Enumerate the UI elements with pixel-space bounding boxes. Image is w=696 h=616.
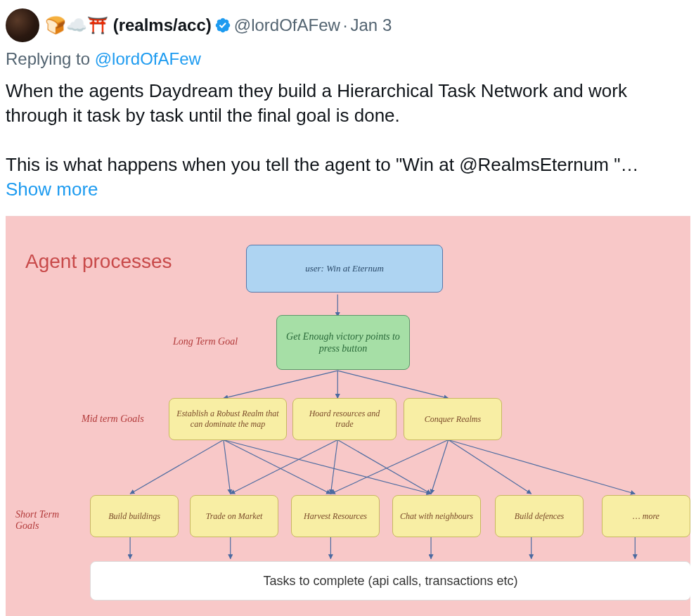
tweet-date[interactable]: Jan 3 xyxy=(351,15,392,36)
node-short-5: … more xyxy=(602,495,690,537)
svg-line-7 xyxy=(224,440,431,494)
svg-line-3 xyxy=(337,371,448,398)
verified-badge-icon xyxy=(214,17,231,34)
user-handle[interactable]: @lordOfAFew xyxy=(234,15,340,36)
node-short-1: Trade on Market xyxy=(190,495,278,537)
show-more-link[interactable]: Show more xyxy=(6,179,690,200)
svg-line-13 xyxy=(330,440,448,494)
avatar[interactable] xyxy=(6,8,39,42)
tweet-container: 🍞☁️⛩️ (realms/acc) @lordOfAFew · Jan 3 R… xyxy=(0,0,696,616)
separator-dot: · xyxy=(343,15,348,36)
replying-prefix: Replying to xyxy=(6,49,95,68)
row-label-short: Short Term Goals xyxy=(15,509,59,532)
svg-line-9 xyxy=(330,440,337,494)
svg-line-11 xyxy=(431,440,449,494)
node-mid-2: Conquer Realms xyxy=(404,398,502,440)
node-short-0: Build buildings xyxy=(90,495,179,537)
user-name-row: 🍞☁️⛩️ (realms/acc) @lordOfAFew · Jan 3 xyxy=(45,15,392,36)
node-mid-0: Establish a Robust Realm that can domina… xyxy=(169,398,287,440)
node-long-term: Get Enough victory points to press butto… xyxy=(276,315,410,370)
node-user: user: Win at Eternum xyxy=(246,245,443,293)
svg-line-12 xyxy=(449,440,531,494)
node-short-4: Build defences xyxy=(495,495,584,537)
tweet-text: When the agents Daydream they build a Hi… xyxy=(6,79,690,177)
svg-line-4 xyxy=(130,440,224,494)
row-label-long: Long Term Goal xyxy=(173,336,238,347)
svg-line-1 xyxy=(224,371,337,398)
row-label-mid: Mid term Goals xyxy=(82,413,144,425)
replying-handle[interactable]: @lordOfAFew xyxy=(95,49,201,68)
node-short-3: Chat with neighbours xyxy=(392,495,481,537)
diagram-canvas: Agent processes Long Term Goal Mid term … xyxy=(6,217,690,616)
tweet-header: 🍞☁️⛩️ (realms/acc) @lordOfAFew · Jan 3 xyxy=(6,8,690,42)
replying-to: Replying to @lordOfAFew xyxy=(6,49,690,69)
svg-line-10 xyxy=(337,440,431,494)
node-short-2: Harvest Resources xyxy=(291,495,380,537)
display-name[interactable]: 🍞☁️⛩️ (realms/acc) xyxy=(45,15,212,36)
node-mid-1: Hoard resources and trade xyxy=(292,398,397,440)
diagram-title: Agent processes xyxy=(25,250,172,273)
bottom-tasks-bar: Tasks to complete (api calls, transactio… xyxy=(90,561,690,601)
svg-line-6 xyxy=(224,440,330,494)
svg-line-5 xyxy=(224,440,231,494)
attached-image[interactable]: Agent processes Long Term Goal Mid term … xyxy=(6,216,690,616)
svg-line-14 xyxy=(449,440,636,494)
svg-line-8 xyxy=(231,440,337,494)
